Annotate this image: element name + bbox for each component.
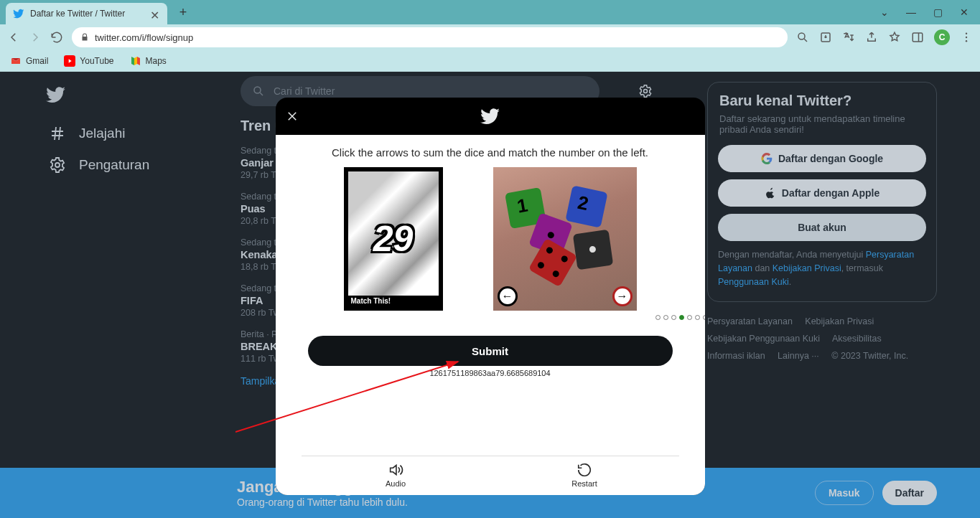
reload-button[interactable]: [50, 31, 63, 44]
minimize-icon[interactable]: ―: [906, 6, 916, 18]
profile-avatar[interactable]: C: [934, 29, 950, 45]
back-button[interactable]: [7, 31, 20, 44]
share-icon[interactable]: [865, 31, 878, 44]
button-label: Audio: [386, 479, 406, 488]
dot: [695, 315, 700, 320]
dot: [655, 315, 661, 320]
forward-button[interactable]: [29, 31, 42, 44]
die-dark: [572, 230, 612, 270]
tab-close-icon[interactable]: ✕: [150, 9, 160, 19]
address-bar[interactable]: twitter.com/i/flow/signup: [72, 27, 788, 47]
svg-point-3: [966, 33, 967, 34]
tab-strip: Daftar ke Twitter / Twitter ✕ + ⌄ ― ▢ ✕: [0, 0, 980, 24]
translate-icon[interactable]: [842, 31, 855, 44]
modal-header: [276, 98, 705, 135]
dot: [671, 315, 676, 320]
captcha-submit-button[interactable]: Submit: [308, 336, 673, 366]
maximize-icon[interactable]: ▢: [933, 6, 943, 18]
bookmark-label: Gmail: [26, 56, 48, 66]
close-window-icon[interactable]: ✕: [960, 6, 969, 18]
audio-icon: [388, 462, 403, 478]
search-icon[interactable]: [796, 31, 809, 44]
svg-point-5: [966, 40, 967, 42]
modal-backdrop[interactable]: Click the arrows to sum the dice and mat…: [0, 72, 980, 518]
window-controls: ⌄ ― ▢ ✕: [880, 6, 974, 18]
captcha-id: 1261751189863aa79.6685689104: [429, 369, 550, 377]
captcha-instruction: Click the arrows to sum the dice and mat…: [332, 146, 648, 159]
twitter-logo: [480, 106, 500, 126]
chevron-down-icon[interactable]: ⌄: [880, 6, 889, 18]
install-icon[interactable]: [819, 31, 832, 44]
bookmark-maps[interactable]: Maps: [130, 55, 167, 67]
svg-point-0: [798, 33, 805, 39]
match-this-label: Match This!: [348, 296, 439, 306]
gmail-icon: [10, 55, 22, 67]
profile-letter: C: [939, 32, 946, 42]
lock-icon: [80, 33, 89, 42]
dot-active: [679, 315, 684, 320]
bookmark-label: Maps: [146, 56, 167, 66]
button-label: Restart: [571, 479, 597, 488]
captcha-body: Click the arrows to sum the dice and mat…: [276, 135, 705, 495]
new-tab-button[interactable]: +: [173, 2, 193, 22]
dot: [703, 315, 705, 320]
bookmark-youtube[interactable]: YouTube: [64, 55, 113, 67]
captcha-arrow-right[interactable]: →: [612, 286, 633, 306]
die-blue: 2: [565, 185, 607, 227]
captcha-restart-button[interactable]: Restart: [490, 462, 679, 488]
youtube-icon: [64, 55, 75, 67]
browser-tab[interactable]: Daftar ke Twitter / Twitter ✕: [6, 3, 167, 24]
captcha-target-image: 29 Match This!: [344, 167, 443, 311]
side-panel-icon[interactable]: [911, 31, 924, 44]
kebab-menu-icon[interactable]: [960, 31, 973, 44]
bookmark-label: YouTube: [80, 56, 113, 66]
svg-point-4: [966, 37, 967, 38]
twitter-favicon: [13, 8, 24, 19]
captcha-target-number: 29: [373, 218, 414, 260]
maps-icon: [130, 55, 141, 67]
dot: [663, 315, 668, 320]
captcha-arrow-left[interactable]: ←: [498, 286, 518, 306]
svg-rect-2: [913, 33, 923, 42]
captcha-audio-button[interactable]: Audio: [302, 462, 490, 488]
captcha-pagination: [610, 315, 705, 320]
url-text: twitter.com/i/flow/signup: [95, 32, 193, 43]
dot: [687, 315, 692, 320]
tab-title: Daftar ke Twitter / Twitter: [30, 9, 144, 19]
signup-modal: Click the arrows to sum the dice and mat…: [276, 98, 705, 495]
close-icon[interactable]: [286, 110, 299, 123]
browser-toolbar: twitter.com/i/flow/signup C: [0, 24, 980, 50]
bookmark-gmail[interactable]: Gmail: [10, 55, 48, 67]
bookmark-star-icon[interactable]: [888, 31, 901, 44]
restart-icon: [577, 462, 592, 478]
bookmarks-bar: Gmail YouTube Maps: [0, 50, 980, 72]
captcha-dice-image: 1 2 ← →: [493, 167, 637, 311]
